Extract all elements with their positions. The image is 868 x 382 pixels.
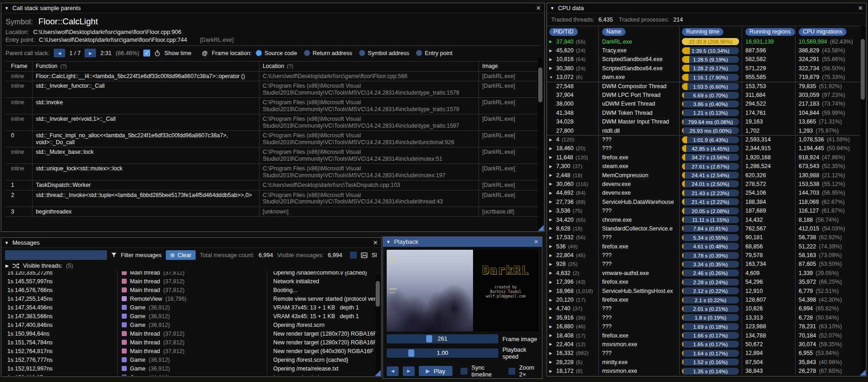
cpu-process-row[interactable]: ▼13,072(6)dwm.exe1:16.1 (7.90%)955,58571… — [547, 73, 860, 82]
callstack-row[interactable]: 3beginthreadex[unknown][ucrtbase.dll] — [6, 207, 540, 217]
caret-right-icon[interactable]: ▶ — [549, 351, 556, 355]
collapse-icon[interactable]: ▼ — [386, 240, 390, 244]
cpu-process-row[interactable]: ▶30,380(24)ScriptedSandbox64.exe1:28.2 (… — [547, 64, 860, 73]
caret-right-icon[interactable]: ▶ — [549, 325, 556, 329]
message-row[interactable]: 1s 147,354,456nsGame(36,912)VRAM 37x45: … — [1, 303, 375, 312]
message-row[interactable]: 1s 150,994,64nsMain thread(37,812)New re… — [1, 329, 375, 338]
scrollbar-thumb[interactable] — [376, 281, 380, 307]
radio-source-code[interactable]: Source code — [256, 50, 297, 56]
callstack-row[interactable]: inlineFloor::CalcLight::__l4::<lambda_5b… — [6, 72, 540, 82]
cpu-process-row[interactable]: ▶10,816(64)ScriptedSandbox64.exe1:28.5 (… — [547, 55, 860, 64]
cpu-process-row[interactable]: ▶22,404(12)msvsmon.exe1.65 s (0.17%)50,6… — [547, 340, 860, 348]
cpu-process-row[interactable]: ▶3,536(75)???20.05 s (2.08%)187,689116,1… — [547, 206, 860, 215]
col-pid-tid[interactable]: PID/TID — [547, 26, 598, 37]
radio-entry-point[interactable]: Entry point — [416, 50, 452, 56]
message-row[interactable]: 1s 120,335,272nsMain thread(37,812)Openi… — [1, 271, 375, 277]
message-row[interactable]: 1s 151,754,784nsMain thread(37,812)New r… — [1, 338, 375, 347]
callstack-row[interactable]: 0std::_Func_impl_no_alloc<<lambda_5bc224… — [6, 131, 540, 147]
cpu-thread-row[interactable]: 37,904DWM LPC Port Thread6.69 s (0.70%)3… — [547, 90, 860, 99]
cpu-process-row[interactable]: ▶11,648(120)firefox.exe34.27 s (3.56%)1,… — [547, 153, 860, 162]
collapse-icon[interactable]: ▼ — [5, 241, 9, 245]
next-frame-button[interactable]: ▶ — [403, 366, 415, 376]
col-location[interactable]: Location(?) — [259, 62, 479, 71]
caret-right-icon[interactable]: ▶ — [549, 253, 556, 258]
cpu-thread-row[interactable]: 27,800ntdll.dll25.93 ms (0.00%)1,7021,29… — [547, 126, 860, 135]
callstack-row[interactable]: inlinestd::_Invoker_functor::_CallC:\Pro… — [6, 81, 540, 98]
cpu-process-row[interactable]: ▶16,332(982)???1.64 s (0.17%)12,8946,955… — [547, 349, 860, 358]
cpu-process-row[interactable]: ▶4(120)???1:01.9 (6.43%)2,593,3141,078,5… — [547, 135, 860, 144]
col-running-regions[interactable]: Running regions — [742, 26, 795, 37]
caret-right-icon[interactable]: ▶ — [549, 39, 556, 44]
caret-right-icon[interactable]: ▶ — [549, 333, 556, 337]
resize-grip[interactable] — [860, 370, 866, 376]
cpu-process-row[interactable]: ▶17,396(43)firefox.exe2.28 s (0.24%)54,2… — [547, 278, 860, 286]
collapse-icon[interactable]: ▼ — [550, 6, 554, 11]
sync-timeline-checkbox[interactable] — [461, 368, 468, 375]
col-running-time[interactable]: Running time — [679, 26, 742, 37]
show-time-checkbox[interactable]: ✓ — [143, 50, 150, 56]
prev-stack-button[interactable]: ◀ — [54, 49, 65, 57]
caret-right-icon[interactable]: ▶ — [549, 57, 556, 62]
cpu-process-row[interactable]: ▶45,620(24)Tracy.exe1:39.5 (10.34%)887,5… — [547, 46, 860, 55]
cpu-process-row[interactable]: ▶4,632(2)vmware-authd.exe2.46 s (0.26%)4… — [547, 269, 860, 277]
caret-right-icon[interactable]: ▶ — [549, 218, 556, 222]
caret-right-icon[interactable]: ▶ — [549, 369, 556, 373]
caret-right-icon[interactable]: ▶ — [549, 360, 556, 364]
message-row[interactable]: 1s 152,776,777nsGame(36,912)Opening /for… — [1, 355, 375, 364]
scrollbar-thumb[interactable] — [861, 39, 865, 100]
cpu-process-row[interactable]: ▶28,228(5)mintty.exe1.52 s (0.16%)87,504… — [547, 358, 860, 366]
cpu-process-row[interactable]: ▶22,804(45)???3.78 s (0.39%)79,57858,163… — [547, 251, 860, 259]
scrollbar-thumb[interactable] — [538, 67, 542, 102]
cpu-process-row[interactable]: ▶536(49)firefox.exe4.61 s (0.48%)68,8565… — [547, 242, 860, 251]
caret-down-icon[interactable]: ▼ — [549, 75, 556, 79]
cpu-thread-row[interactable]: 41,348DWM Token Thread1.21 s (0.13%)174,… — [547, 108, 860, 117]
cpu-process-row[interactable]: ▶18,408(17)firefox.exe1.66 s (0.17%)134,… — [547, 331, 860, 340]
caret-right-icon[interactable]: ▶ — [549, 226, 556, 230]
caret-right-icon[interactable]: ▶ — [549, 191, 556, 195]
caret-right-icon[interactable]: ▶ — [549, 164, 556, 169]
caret-right-icon[interactable]: ▶ — [549, 298, 556, 302]
next-stack-button[interactable]: ▶ — [85, 49, 96, 57]
message-row[interactable]: 1s 152,912,997nsGame(36,912)Opening /met… — [1, 364, 375, 373]
cpu-process-row[interactable]: ▶18,968(1,018)ServiceHub.SettingsHost.ex… — [547, 286, 860, 295]
collapse-icon[interactable]: ▼ — [5, 6, 9, 11]
callstack-row[interactable]: 1TaskDispatch::WorkerC:\Users\wolf\Deskt… — [6, 180, 540, 191]
caret-right-icon[interactable]: ▶ — [549, 342, 556, 346]
caret-right-icon[interactable]: ▶ — [549, 200, 556, 204]
col-frame[interactable]: Frame — [6, 62, 32, 71]
zoom-2x-checkbox[interactable] — [508, 368, 515, 375]
cpu-process-row[interactable]: ▶2,448(18)MemCompression24.41 s (2.54%)6… — [547, 171, 860, 180]
col-cpu-migrations[interactable]: CPU migrations — [795, 26, 866, 37]
cpu-process-row[interactable]: ▶20,120(17)firefox.exe2.1 s (0.22%)128,6… — [547, 295, 860, 304]
caret-right-icon[interactable]: ▶ — [549, 66, 556, 70]
caret-right-icon[interactable]: ▶ — [549, 236, 556, 240]
cpu-process-row[interactable]: ▶44,692(84)devenv.exe21.43 s (2.23%)254,… — [547, 189, 860, 197]
cpu-process-row[interactable]: ▶30,060(116)devenv.exe24.01 s (2.50%)278… — [547, 180, 860, 188]
cpu-process-row[interactable]: ▶35,916(36)???1.8 s (0.19%)13,3136,728(5… — [547, 313, 860, 322]
resize-grip[interactable] — [375, 370, 381, 376]
callstack-row[interactable]: inlinestd::_Mutex_base::lockC:\Program F… — [6, 147, 540, 164]
callstack-row[interactable]: inlinestd::_Invoker_ret<void,1>::_CallC:… — [6, 114, 540, 131]
caret-right-icon[interactable]: ▶ — [549, 271, 556, 275]
caret-right-icon[interactable]: ▶ — [549, 289, 556, 293]
cpu-process-row[interactable]: ▶8,628(18)StandardCollector.Service.e7.8… — [547, 224, 860, 233]
cpu-process-row[interactable]: ▶17,532(56)???5.34 s (0.55%)90,18156,738… — [547, 233, 860, 242]
show-images-checkbox[interactable] — [350, 252, 357, 258]
close-icon[interactable]: ✕ — [534, 239, 539, 245]
caret-right-icon[interactable]: ▶ — [549, 307, 556, 311]
message-row[interactable]: 1s 147,383,566nsGame(36,912)VRAM 43x45: … — [1, 312, 375, 320]
close-icon[interactable]: ✕ — [373, 240, 378, 246]
cpu-thread-row[interactable]: 34,028DWM Master Input Thread799.64 ms (… — [547, 118, 860, 126]
close-icon[interactable]: ✕ — [858, 5, 863, 11]
message-row[interactable]: 1s 153,116,37nsGame(36,912)Intro menu lo… — [1, 373, 375, 376]
scrollbar[interactable] — [860, 25, 865, 374]
resize-grip[interactable] — [538, 225, 544, 231]
message-row[interactable]: 1s 152,764,817nsMain thread(37,812)New r… — [1, 347, 375, 355]
cpu-process-row[interactable]: ▶37,840(55)DarkRL.exe33:30.8 (208.96%)16… — [547, 37, 860, 46]
radio-return-address[interactable]: Return address — [304, 50, 352, 56]
playback-speed-slider[interactable]: 1.00 — [387, 348, 498, 358]
message-row[interactable]: 1s 145,557,997nsMain thread(37,812)Netwo… — [1, 277, 375, 286]
prev-frame-button[interactable]: ◀ — [387, 366, 399, 376]
cpu-process-row[interactable]: ▶16,880(46)???1.69 s (0.18%)123,98878,23… — [547, 322, 860, 331]
col-name[interactable]: Name — [598, 26, 679, 37]
